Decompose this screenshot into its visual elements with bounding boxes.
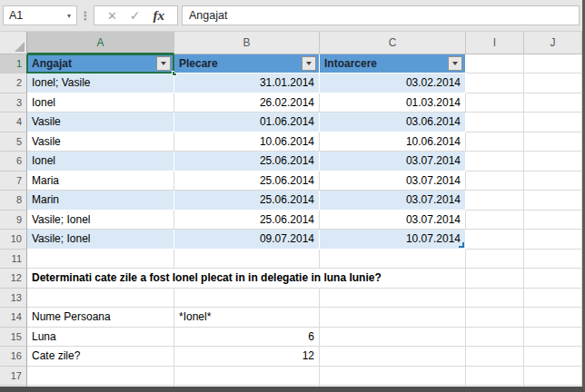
row-header-13[interactable]: 13 [0, 289, 27, 308]
cell-A9[interactable]: Vasile; Ionel [27, 211, 174, 230]
cell-B7[interactable]: 25.06.2014 [174, 172, 320, 191]
row-header-5[interactable]: 5 [0, 132, 27, 152]
cell-C17[interactable] [320, 367, 466, 386]
cell-A11[interactable] [27, 250, 174, 269]
cell-A18[interactable] [27, 386, 174, 387]
cell-J9[interactable] [524, 211, 582, 230]
cell-B1[interactable]: Plecare [174, 54, 320, 74]
cell-J12[interactable] [524, 269, 582, 288]
cell-B11[interactable] [174, 250, 320, 269]
cell-C5[interactable]: 10.06.2014 [320, 132, 466, 152]
cell-A4[interactable]: Vasile [27, 113, 174, 132]
cell-J4[interactable] [524, 113, 582, 132]
cell-A15[interactable]: Luna [27, 328, 174, 347]
cell-I13[interactable] [466, 289, 524, 308]
row-header-18[interactable] [0, 386, 27, 387]
cell-A1[interactable]: Angajat [27, 54, 174, 74]
cell-C10[interactable]: 10.07.2014 [320, 230, 466, 249]
cell-J1[interactable] [524, 54, 582, 74]
cell-A13[interactable] [27, 289, 174, 308]
cell-J18[interactable] [524, 386, 582, 387]
cell-B5[interactable]: 10.06.2014 [174, 132, 320, 152]
cell-I9[interactable] [466, 211, 524, 230]
cell-I2[interactable] [466, 74, 524, 93]
filter-dropdown-button-C[interactable] [448, 56, 462, 71]
cell-C8[interactable]: 03.07.2014 [320, 191, 466, 210]
cell-B2[interactable]: 31.01.2014 [174, 74, 320, 93]
row-header-6[interactable]: 6 [0, 152, 27, 171]
row-header-10[interactable]: 10 [0, 230, 27, 249]
filter-dropdown-button-A[interactable] [156, 56, 171, 71]
cell-C1[interactable]: Intoarcere [320, 54, 466, 74]
row-header-9[interactable]: 9 [0, 211, 27, 230]
cell-A16[interactable]: Cate zile? [27, 347, 174, 366]
cell-B4[interactable]: 01.06.2014 [174, 113, 320, 132]
cell-C16[interactable] [320, 347, 466, 366]
cell-C14[interactable] [320, 308, 466, 327]
cell-J5[interactable] [524, 132, 582, 152]
cell-B6[interactable]: 25.06.2014 [174, 152, 320, 171]
column-header-B[interactable]: B [174, 32, 320, 54]
cell-J10[interactable] [524, 230, 582, 249]
cell-B8[interactable]: 25.06.2014 [174, 191, 320, 210]
cell-J11[interactable] [524, 250, 582, 269]
insert-function-icon[interactable]: fx [154, 8, 165, 24]
cell-I12[interactable] [466, 269, 524, 288]
cell-A5[interactable]: Vasile [27, 132, 174, 152]
cell-C4[interactable]: 03.06.2014 [320, 113, 466, 132]
cell-A6[interactable]: Ionel [27, 152, 174, 171]
row-header-7[interactable]: 7 [0, 172, 27, 191]
cancel-icon[interactable]: ✕ [107, 9, 117, 23]
cell-I5[interactable] [466, 132, 524, 152]
cell-B14[interactable]: *Ionel* [174, 308, 320, 327]
cell-J3[interactable] [524, 93, 582, 113]
row-header-15[interactable]: 15 [0, 328, 27, 347]
cell-B13[interactable] [174, 289, 320, 308]
name-box[interactable]: A1 ▾ [3, 5, 77, 25]
row-header-8[interactable]: 8 [0, 191, 27, 210]
cell-C13[interactable] [320, 289, 466, 308]
cell-I10[interactable] [466, 230, 524, 249]
cell-B9[interactable]: 25.06.2014 [174, 211, 320, 230]
cell-C6[interactable]: 03.07.2014 [320, 152, 466, 171]
cell-B18[interactable] [174, 386, 320, 387]
cell-A7[interactable]: Maria [27, 172, 174, 191]
filter-dropdown-button-B[interactable] [302, 56, 316, 71]
cell-J8[interactable] [524, 191, 582, 210]
cell-I14[interactable] [466, 308, 524, 327]
cell-I17[interactable] [466, 367, 524, 386]
cell-C3[interactable]: 01.03.2014 [320, 93, 466, 113]
column-header-J[interactable]: J [524, 32, 582, 54]
cell-I1[interactable] [466, 54, 524, 74]
cell-C11[interactable] [320, 250, 466, 269]
name-box-dropdown-icon[interactable]: ▾ [62, 12, 76, 20]
cell-C2[interactable]: 03.02.2014 [320, 74, 466, 93]
cell-J16[interactable] [524, 347, 582, 366]
cell-J17[interactable] [524, 367, 582, 386]
cell-B17[interactable] [174, 367, 320, 386]
row-header-16[interactable]: 16 [0, 347, 27, 366]
cell-B3[interactable]: 26.02.2014 [174, 93, 320, 113]
row-header-12[interactable]: 12 [0, 269, 27, 288]
cell-C9[interactable]: 03.07.2014 [320, 211, 466, 230]
cell-A17[interactable] [27, 367, 174, 386]
cell-A3[interactable]: Ionel [27, 93, 174, 113]
cell-I18[interactable] [466, 386, 524, 387]
cell-I11[interactable] [466, 250, 524, 269]
cell-I16[interactable] [466, 347, 524, 366]
cell-J13[interactable] [524, 289, 582, 308]
cell-J2[interactable] [524, 74, 582, 93]
cell-I8[interactable] [466, 191, 524, 210]
formula-bar-input[interactable]: Angajat [182, 5, 580, 25]
cell-B16[interactable]: 12 [174, 347, 320, 366]
cell-I4[interactable] [466, 113, 524, 132]
cell-I7[interactable] [466, 172, 524, 191]
cell-A14[interactable]: Nume Persoana [27, 308, 174, 327]
cell-J14[interactable] [524, 308, 582, 327]
cell-B15[interactable]: 6 [174, 328, 320, 347]
cell-C7[interactable]: 03.07.2014 [320, 172, 466, 191]
column-header-C[interactable]: C [320, 32, 466, 54]
cell-I15[interactable] [466, 328, 524, 347]
cell-C18[interactable] [320, 386, 466, 387]
enter-icon[interactable]: ✓ [130, 8, 141, 23]
